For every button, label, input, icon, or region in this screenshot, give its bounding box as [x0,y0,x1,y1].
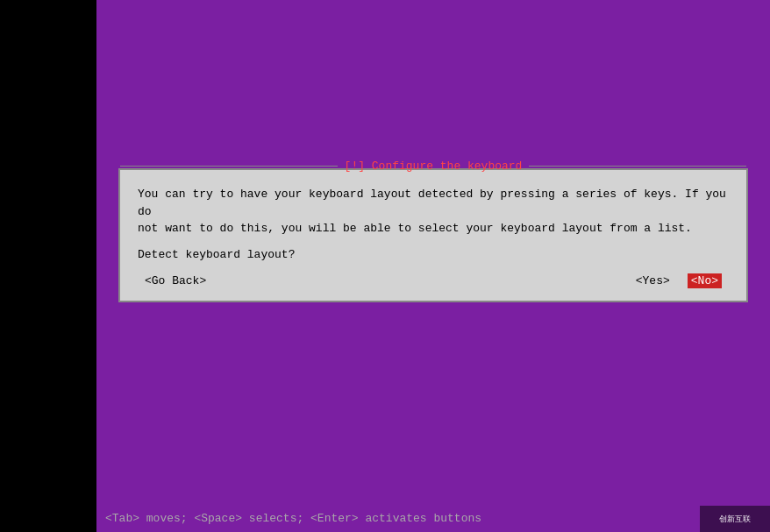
title-line-right [529,166,746,167]
dialog-box: [!] Configure the keyboard You can try t… [118,168,748,302]
watermark: 创新互联 [700,506,770,532]
no-button[interactable]: <No> [688,273,722,288]
watermark-text: 创新互联 [719,514,751,525]
black-left-bar [0,0,96,532]
right-buttons: <Yes> <No> [636,273,722,288]
dialog-content: You can try to have your keyboard layout… [120,170,746,301]
title-line-left [120,166,338,167]
dialog-title-bar: [!] Configure the keyboard [120,160,746,173]
status-bar: <Tab> moves; <Space> selects; <Enter> ac… [96,512,770,525]
dialog-title: [!] Configure the keyboard [338,160,530,173]
dialog-question: Detect keyboard layout? [138,248,729,261]
body-line1: You can try to have your keyboard layout… [138,188,726,218]
status-text: <Tab> moves; <Space> selects; <Enter> ac… [105,512,481,525]
yes-button[interactable]: <Yes> [636,274,670,287]
dialog-buttons: <Go Back> <Yes> <No> [138,273,729,288]
body-line2: not want to do this, you will be able to… [138,222,692,235]
main-area: [!] Configure the keyboard You can try t… [96,0,770,532]
go-back-button[interactable]: <Go Back> [145,274,206,287]
dialog-body: You can try to have your keyboard layout… [138,186,729,238]
